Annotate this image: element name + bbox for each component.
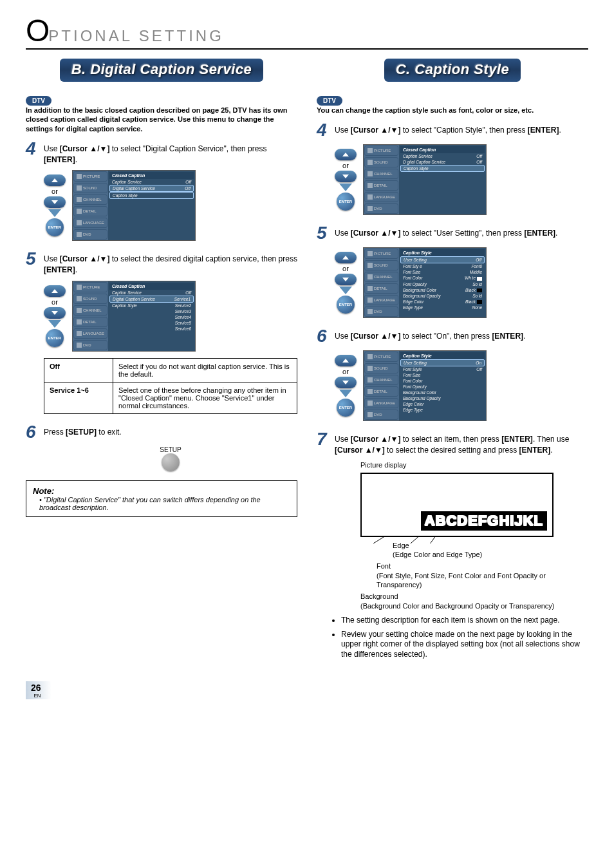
bullet-list: The setting description for each item is… [335,616,588,659]
cursor-down-icon[interactable] [335,274,357,285]
menu-header: Closed Caption [400,146,485,153]
step-b4: 4 Use [Cursor ▲/▼] to select "Digital Ca… [26,140,297,165]
cursor-up-icon[interactable] [335,149,357,160]
cursor-down-icon[interactable] [335,171,357,182]
dtv-badge: DTV [26,96,51,106]
menu-row: Font Color [400,378,485,384]
menu-header: Caption Style [400,249,485,256]
step-text: Use [Cursor ▲/▼] to select the desired d… [44,250,297,276]
menu-row: Service6 [109,326,194,332]
menu-header: Caption Style [400,352,485,359]
menu-detail: DETAIL [73,206,107,216]
menu-row: Caption Style [400,165,485,172]
legend: Edge (Edge Color and Edge Type) Font (Fo… [360,541,588,610]
step-text: Use [Cursor ▲/▼] to select an item, then… [335,430,588,456]
enter-button[interactable]: ENTER [46,218,64,236]
down-arrow-icon [339,390,352,397]
menu-header: Closed Caption [109,172,194,179]
enter-button[interactable]: ENTER [337,399,355,417]
or-text: or [51,187,58,195]
menu-row: D gital Caption ServiceOff [400,159,485,165]
page-number: 26 EN [26,681,51,699]
left-column: B. Digital Caption Service DTV In additi… [26,59,297,668]
cursor-down-icon[interactable] [44,196,66,208]
menu-row: Service5 [109,320,194,326]
menu-language: LANGUAGE [73,328,107,339]
menu-row: Edge Type [400,407,485,413]
setup-button[interactable]: SETUP [44,446,297,471]
menu-row: Background ColorBlack [400,287,485,293]
menu-row: Font Opacity [400,384,485,390]
menu-row: Background OpacitySo id [400,293,485,299]
cursor-buttons: or ENTER [44,285,66,347]
menu-row: Edge TypeNone [400,305,485,310]
down-arrow-icon [339,184,352,191]
enter-button[interactable]: ENTER [337,193,355,211]
intro-b: In addition to the basic closed caption … [26,106,297,133]
menu-screenshot-b5: PICTURE SOUND CHANNEL DETAIL LANGUAGE DV… [72,281,196,352]
step-number: 4 [317,121,331,139]
menu-screenshot-c6: PICTURE SOUND CHANNEL DETAIL LANGUAGE DV… [363,350,487,421]
legend-edge-desc: (Edge Color and Edge Type) [393,551,482,558]
cursor-buttons: or ENTER [335,149,357,211]
menu-row: Digital Caption ServiceOff [109,185,194,192]
menu-row: Digital Caption ServiceService1 [109,296,194,303]
legend-font-desc: (Font Style, Font Size, Font Color and F… [377,572,546,589]
list-item: Review your setting choice made on the n… [341,630,588,660]
step-text: Use [Cursor ▲/▼] to select "On", then pr… [335,327,588,342]
intro-c: You can change the caption style such as… [317,106,588,115]
menu-row: Font Size [400,372,485,378]
menu-row: Caption StyleService2 [109,303,194,308]
menu-row: User SettingOn [400,359,485,366]
step-number: 7 [317,430,331,448]
table-row: Off Select if you do not want digital ca… [44,359,297,382]
cursor-up-icon[interactable] [44,175,66,186]
note-text: • "Digital Caption Service" that you can… [33,496,290,511]
option-table: Off Select if you do not want digital ca… [44,358,297,414]
cursor-down-icon[interactable] [44,307,66,319]
note-title: Note: [33,486,290,496]
menu-picture: PICTURE [73,171,107,182]
cursor-down-icon[interactable] [335,377,357,388]
down-arrow-icon [48,320,61,328]
legend-bg-desc: (Background Color and Background Opacity… [360,602,554,610]
section-b-title: B. Digital Caption Service [60,59,264,82]
step-text: Press [SETUP] to exit. [44,423,297,438]
step-c5: 5 Use [Cursor ▲/▼] to select "User Setti… [317,224,588,242]
menu-row: Caption ServiceOff [400,153,485,159]
or-text: or [51,298,58,306]
step-number: 6 [26,423,40,441]
cursor-buttons: or ENTER [335,355,357,417]
picture-display-label: Picture display [360,461,588,469]
dtv-badge: DTV [317,96,342,106]
menu-screenshot-c4: PICTURE SOUND CHANNEL DETAIL LANGUAGE DV… [363,144,487,215]
menu-sound: SOUND [73,183,107,193]
menu-row: Service3 [109,308,194,314]
step-number: 6 [317,327,331,345]
menu-row: Font ColorWh te [400,275,485,281]
cursor-up-icon[interactable] [335,252,357,263]
menu-row: Service4 [109,314,194,320]
menu-row: Background Opacity [400,395,485,401]
header-first-letter: O [26,14,48,48]
or-text: or [342,162,349,169]
menu-screenshot-b4: PICTURE SOUND CHANNEL DETAIL LANGUAGE DV… [72,170,196,241]
step-text: Use [Cursor ▲/▼] to select "Digital Capt… [44,140,297,165]
down-arrow-icon [339,287,352,294]
menu-screenshot-c5: PICTURE SOUND CHANNEL DETAIL LANGUAGE DV… [363,247,487,318]
cursor-buttons: or ENTER [335,252,357,314]
menu-row: Caption ServiceOff [109,179,194,185]
enter-button[interactable]: ENTER [337,296,355,314]
list-item: The setting description for each item is… [341,616,588,626]
cursor-up-icon[interactable] [335,355,357,366]
down-arrow-icon [48,209,61,217]
menu-picture: PICTURE [73,282,107,292]
step-b5: 5 Use [Cursor ▲/▼] to select the desired… [26,250,297,276]
enter-button[interactable]: ENTER [46,329,64,347]
legend-font-title: Font [377,561,588,571]
step-number: 5 [317,224,331,242]
right-column: C. Caption Style DTV You can change the … [317,59,588,668]
or-text: or [342,368,349,375]
cursor-up-icon[interactable] [44,285,66,297]
menu-header: Closed Caption [109,283,194,290]
